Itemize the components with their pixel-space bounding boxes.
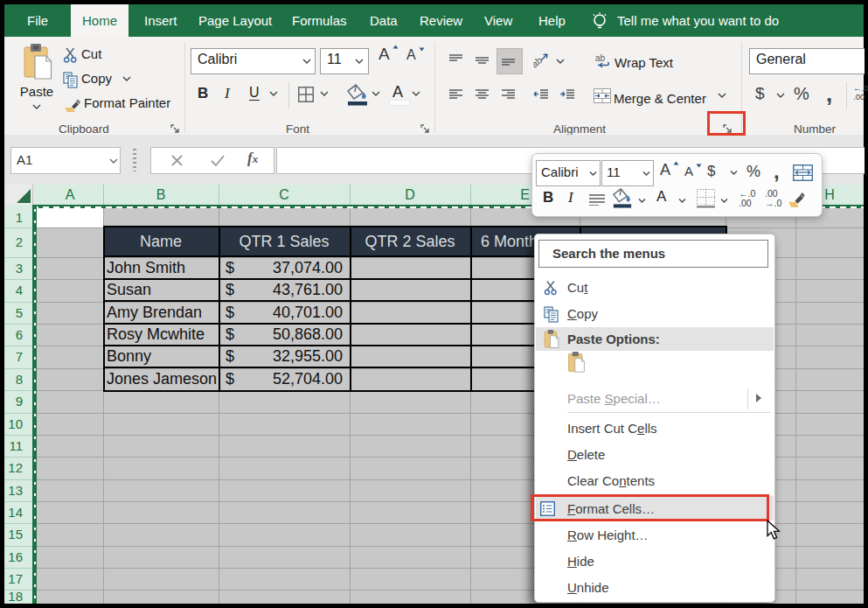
svg-text:ab: ab [595, 53, 606, 63]
svg-text:ab: ab [533, 54, 544, 68]
